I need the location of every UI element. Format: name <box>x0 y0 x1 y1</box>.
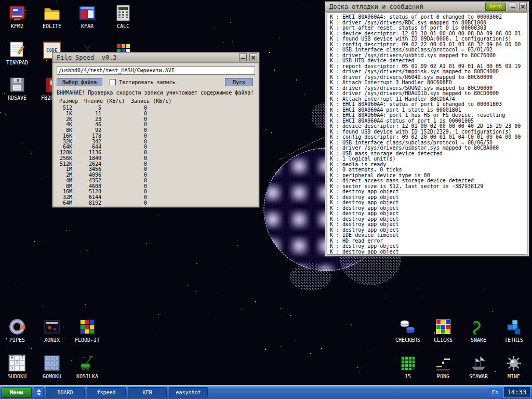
speed-table-row: 51250 <box>57 105 255 111</box>
log-line: K : USB HID device detected <box>330 58 527 64</box>
log-line: K : config descriptor: 09 02 20 00 01 01… <box>330 135 527 140</box>
desktop-icon-label: KOSILKA <box>73 374 102 379</box>
desktop-icon-label: PONG <box>429 374 458 379</box>
speed-table-row: 16M51200 <box>57 189 255 195</box>
minimize-icon <box>511 7 515 8</box>
desktop-icon-label: XONIX <box>37 337 66 343</box>
close-button[interactable] <box>249 54 257 61</box>
file-path-input[interactable]: /usbhd0/4/test/test_HASH/Сиринити.AVI <box>57 66 255 75</box>
speed-table-row: 8K920 <box>57 128 255 134</box>
task-button-fspeed[interactable]: fspeed <box>87 387 126 397</box>
column-write: Запись (КБ/с) <box>131 98 171 104</box>
desktop-icon-sudoku[interactable]: 97 2 5 SUDOKU <box>3 354 32 379</box>
speed-table: 512501K1102K2304K4608K92016K178032K34206… <box>57 105 255 206</box>
speed-table-row: 512K26240 <box>57 162 255 167</box>
desktop-icon-fifteen[interactable]: 15 <box>393 354 422 379</box>
debug-log: K : EHCI 80A960A4: status of port 0 chan… <box>327 12 527 255</box>
desktop-icon-label: 15 <box>393 374 422 379</box>
desktop-icon-tinypad[interactable]: TINYPAD <box>3 41 32 65</box>
kern-button[interactable]: Kern <box>485 3 506 11</box>
desktop-icon-eolite[interactable]: EOLITE <box>37 4 66 29</box>
desktop-icon-calc[interactable]: CALC <box>109 4 138 29</box>
checkers-icon <box>399 318 417 336</box>
speed-table-header: Размер Чтение (КБ/с) Запись (КБ/с) <box>57 98 255 104</box>
speed-table-row: 32M61440 <box>57 195 255 201</box>
test-write-label: Тестировать запись <box>119 79 175 85</box>
log-line: K : direct-access mass storage device de… <box>330 178 527 184</box>
start-button[interactable]: Пуск <box>225 78 253 86</box>
desktop-icon-label: TINYPAD <box>3 60 32 65</box>
minimize-button[interactable] <box>509 3 516 10</box>
desktop-icon-label: EOLITE <box>37 23 66 29</box>
log-line: K : device descriptor: 12 01 00 02 00 00… <box>330 124 527 129</box>
desktop-icon-kosilka[interactable]: KOSILKA <box>73 354 102 379</box>
lawnmower-icon <box>78 354 96 372</box>
desktop-icon-label: RDSAVE <box>3 95 32 101</box>
log-line: K : 1 logical unit(s) <box>330 156 527 162</box>
minimize-button[interactable] <box>239 54 247 61</box>
log-line: K : EHCI 80A960A4: status of port 0 chan… <box>330 15 527 20</box>
desktop-icon-pipes[interactable]: PIPES <box>3 318 32 343</box>
log-line: K : destroy app object <box>330 249 527 255</box>
calculator-icon <box>114 4 132 22</box>
clock[interactable]: 14:33 <box>503 387 530 398</box>
test-write-checkbox[interactable] <box>110 79 116 85</box>
log-line: K : driver /sys/drivers/HDAUDIO.sys mapp… <box>330 91 527 97</box>
desktop-icon-floodit[interactable]: FLOOD-IT <box>73 318 102 343</box>
choose-file-button[interactable]: Выбор файла <box>57 78 102 86</box>
speed-table-row: 64K6440 <box>57 144 255 150</box>
log-line: K : driver /sys/drivers/tmpdisk.sys mapp… <box>330 69 527 75</box>
speed-table-row: 256K18400 <box>57 156 255 162</box>
desktop-icon-seawar[interactable]: SEAWAR <box>464 354 493 379</box>
desktop-icon-label: CLICKS <box>429 337 458 343</box>
desktop-icon-rdsave[interactable]: RDSAVE <box>3 76 32 101</box>
desktop-icon-kfm2[interactable]: KFM2 <box>3 4 32 29</box>
fspeed-titlebar[interactable]: File Speed v0.3 <box>52 52 259 63</box>
log-line: K : IDE device timeout <box>330 233 527 238</box>
speed-table-row: 32K3420 <box>57 139 255 145</box>
desktop-icon-checkers[interactable]: CHECKERS <box>393 318 422 343</box>
speed-table-row: 1K110 <box>57 111 255 117</box>
close-button[interactable] <box>519 3 527 10</box>
language-indicator[interactable]: En <box>489 388 501 397</box>
log-line: K : 0 attempts, 0 ticks <box>330 167 527 173</box>
desktop: KFM2 EOLITE KFAR CALC TINYPAD CODE RDSAV… <box>0 0 532 399</box>
floodit-icon <box>78 318 96 336</box>
speed-table-row: 128K11360 <box>57 150 255 156</box>
column-size: Размер <box>59 98 78 104</box>
fifteen-icon <box>399 354 417 372</box>
log-line: K : USB interface class/subclass/protoco… <box>330 47 527 53</box>
desktop-icon-label: SUDOKU <box>3 374 32 379</box>
log-line: K : EHCI 80A960A4: port 1 has HS or FS d… <box>330 113 527 118</box>
arrow-down-icon <box>37 393 41 395</box>
desktop-icon-mine[interactable]: MINE <box>499 354 528 379</box>
speed-table-row: 1M34560 <box>57 167 255 172</box>
notepad-icon <box>8 41 26 58</box>
log-line: K : driver /sys/drivers/usbstor.sys mapp… <box>330 145 527 151</box>
warning-text: ВНИМАНИЕ! Проверка скорости записи уничт… <box>57 90 255 96</box>
task-button-easyshot[interactable]: easyshot <box>169 387 208 397</box>
speed-table-row: 2M40960 <box>57 172 255 178</box>
task-button-kfm[interactable]: KFM <box>128 387 167 397</box>
log-line: K : EHCI 80A960A4: status of port 1 chan… <box>330 102 527 108</box>
folder-icon <box>43 4 61 22</box>
desktop-switch-button[interactable] <box>34 387 44 398</box>
menu-button[interactable]: Меню <box>2 387 32 398</box>
desktop-icon-xonix[interactable]: XONIX <box>37 318 66 343</box>
speed-table-row: 16K1780 <box>57 134 255 139</box>
desktop-icon-kfar[interactable]: KFAR <box>73 4 102 29</box>
clicks-icon <box>434 318 452 336</box>
desktop-icon-pong[interactable]: PONG <box>429 354 458 379</box>
desktop-icon-label: TETRIS <box>499 337 528 343</box>
desktop-icon-tetris[interactable]: TETRIS <box>499 318 528 343</box>
sudoku-icon: 97 2 5 <box>8 354 26 372</box>
task-button-board[interactable]: BOARD <box>46 387 85 397</box>
gomoku-icon <box>43 354 61 372</box>
computer-icon <box>8 4 26 22</box>
minimize-icon <box>241 58 245 59</box>
board-titlebar[interactable]: Доска отладки и сообщений Kern <box>325 2 529 12</box>
speed-table-row: 4K460 <box>57 122 255 128</box>
desktop-icon-clicks[interactable]: CLICKS <box>429 318 458 343</box>
desktop-icon-snake[interactable]: SNAKE <box>464 318 493 343</box>
desktop-icon-gomoku[interactable]: GOMOKU <box>37 354 66 379</box>
